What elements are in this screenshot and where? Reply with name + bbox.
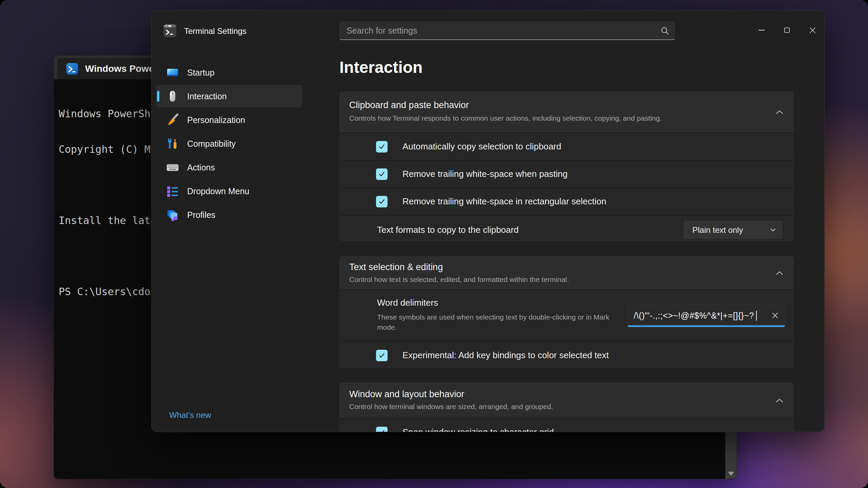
setting-description: These symbols are used when selecting te… — [377, 312, 614, 332]
word-delimiters-input[interactable]: /\()"'-.,:;<>~!@#$%^&*|+=[]{}~?│ — [627, 304, 785, 327]
word-delimiters-value: /\()"'-.,:;<>~!@#$%^&*|+=[]{}~?│ — [634, 311, 769, 321]
setting-row-trim-block-selection[interactable]: Remove trailing white-space in rectangul… — [340, 187, 793, 215]
copy-formatting-dropdown[interactable]: Plain text only — [684, 221, 782, 239]
section-text-selection: Text selection & editing Control how tex… — [339, 256, 794, 368]
sidebar-item-label: Personalization — [187, 115, 245, 125]
chevron-down-icon — [770, 228, 776, 231]
section-header-clipboard[interactable]: Clipboard and paste behavior Controls ho… — [340, 92, 793, 133]
page-title: Interaction — [339, 59, 422, 76]
clear-input-icon[interactable] — [770, 310, 780, 321]
terminal-settings-window: Terminal Settings Search for settings — [151, 10, 825, 432]
sidebar-item-actions[interactable]: Actions — [156, 156, 302, 179]
checkmark-icon — [379, 353, 385, 358]
section-title: Clipboard and paste behavior — [349, 100, 469, 110]
terminal-settings-icon — [163, 24, 177, 38]
sidebar-item-label: Compatibility — [187, 139, 236, 149]
section-subtitle: Control how text is selected, edited, an… — [349, 276, 569, 284]
section-subtitle: Control how terminal windows are sized, … — [349, 403, 553, 411]
sidebar-item-compatibility[interactable]: Compatibility — [156, 133, 302, 155]
powershell-icon — [66, 63, 78, 75]
section-clipboard: Clipboard and paste behavior Controls ho… — [339, 92, 794, 241]
mouse-icon — [166, 90, 179, 103]
close-icon — [810, 27, 815, 33]
checkmark-icon — [379, 144, 385, 149]
checkbox-checked[interactable] — [376, 141, 388, 152]
checkbox-checked[interactable] — [376, 427, 388, 432]
setting-label: Experimental: Add key bindings to color … — [402, 350, 609, 361]
chevron-up-icon[interactable] — [776, 271, 783, 275]
section-window-layout: Window and layout behavior Control how t… — [339, 383, 794, 432]
setting-label: Text formats to copy to the clipboard — [377, 225, 519, 235]
setting-label: Snap window resizing to character grid — [402, 427, 554, 432]
section-title: Window and layout behavior — [349, 389, 464, 400]
setting-row-copy-on-select[interactable]: Automatically copy selection to clipboar… — [340, 133, 793, 160]
selection-indicator — [157, 91, 159, 102]
setting-row-word-delimiters: Word delimiters These symbols are used w… — [340, 289, 793, 341]
sidebar-item-interaction[interactable]: Interaction — [156, 85, 302, 107]
tools-icon — [166, 137, 179, 150]
checkmark-icon — [379, 171, 385, 177]
keyboard-icon — [166, 161, 179, 174]
checkmark-icon — [379, 430, 385, 432]
startup-monitor-icon — [166, 66, 179, 79]
sidebar: Startup Interaction P — [156, 61, 302, 227]
section-title: Text selection & editing — [349, 262, 443, 272]
section-header-text-selection[interactable]: Text selection & editing Control how tex… — [340, 257, 793, 289]
menu-list-icon — [166, 185, 179, 198]
section-header-window-layout[interactable]: Window and layout behavior Control how t… — [340, 383, 793, 418]
setting-label: Automatically copy selection to clipboar… — [402, 141, 561, 152]
setting-row-color-selection[interactable]: Experimental: Add key bindings to color … — [340, 341, 793, 368]
setting-row-copy-formatting: Text formats to copy to the clipboard Pl… — [340, 215, 793, 241]
sidebar-item-profiles[interactable]: Profiles — [156, 204, 302, 226]
section-subtitle: Controls how Terminal responds to common… — [349, 114, 662, 122]
whats-new-link[interactable]: What’s new — [169, 410, 211, 420]
sidebar-item-label: Interaction — [187, 92, 227, 101]
paintbrush-icon — [166, 114, 179, 126]
main-content: Interaction Clipboard and paste behavior… — [339, 11, 794, 432]
sidebar-item-label: Actions — [187, 163, 215, 172]
sidebar-item-label: Startup — [187, 68, 215, 78]
sidebar-item-dropdown-menu[interactable]: Dropdown Menu — [156, 180, 302, 202]
setting-row-snap-to-grid[interactable]: Snap window resizing to character grid — [340, 418, 793, 432]
sidebar-item-label: Dropdown Menu — [187, 186, 249, 196]
setting-row-trim-paste[interactable]: Remove trailing white-space when pasting — [340, 160, 793, 187]
setting-label: Word delimiters — [377, 298, 614, 308]
sidebar-item-startup[interactable]: Startup — [156, 61, 302, 84]
setting-label: Remove trailing white-space in rectangul… — [402, 196, 606, 207]
chevron-up-icon[interactable] — [776, 399, 783, 403]
sidebar-item-label: Profiles — [187, 210, 215, 220]
window-title: Terminal Settings — [184, 26, 246, 36]
setting-label: Remove trailing white-space when pasting — [402, 169, 568, 179]
checkbox-checked[interactable] — [376, 168, 388, 180]
close-button[interactable] — [802, 22, 823, 38]
dropdown-selected-value: Plain text only — [692, 225, 770, 235]
checkmark-icon — [379, 199, 385, 204]
profiles-stack-icon — [166, 208, 179, 221]
desktop: Windows PowerShel Windows PowerShe Copyr… — [0, 0, 868, 488]
checkbox-checked[interactable] — [376, 350, 388, 361]
sidebar-item-personalization[interactable]: Personalization — [156, 109, 302, 131]
checkbox-checked[interactable] — [376, 196, 388, 207]
scroll-down-arrow-icon[interactable] — [728, 472, 734, 476]
chevron-up-icon[interactable] — [776, 110, 783, 114]
